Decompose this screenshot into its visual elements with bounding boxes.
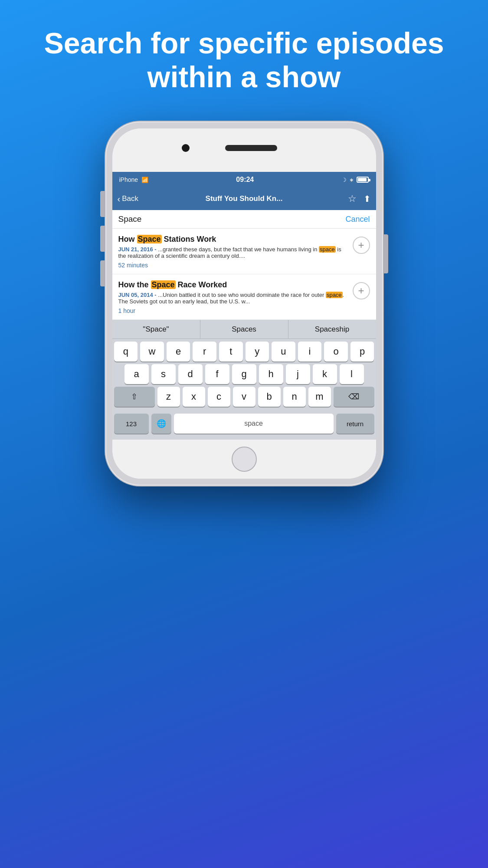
title2-after: Race Worked bbox=[176, 280, 227, 289]
autocomplete-item-2[interactable]: Spaceship bbox=[288, 320, 376, 339]
key-b[interactable]: b bbox=[258, 387, 281, 407]
nav-title: Stuff You Should Kn... bbox=[157, 194, 332, 203]
carrier-label: iPhone bbox=[119, 176, 138, 183]
moon-icon: ☽ bbox=[341, 177, 347, 183]
key-e[interactable]: e bbox=[167, 342, 190, 362]
volume-up-button[interactable] bbox=[100, 191, 105, 217]
status-time: 09:24 bbox=[236, 176, 254, 184]
result-duration-2: 1 hour bbox=[118, 307, 347, 314]
mute-button[interactable] bbox=[100, 260, 105, 286]
iphone-frame: iPhone 📶 09:24 ☽ ∗ ‹ Back bbox=[105, 122, 383, 486]
power-button[interactable] bbox=[384, 234, 388, 273]
key-y[interactable]: y bbox=[246, 342, 269, 362]
key-j[interactable]: j bbox=[286, 364, 310, 384]
header-title: Search for specific episodes within a sh… bbox=[44, 26, 444, 93]
results-list: How Space Stations Work JUN 21, 2016 - .… bbox=[112, 229, 376, 320]
key-r[interactable]: r bbox=[193, 342, 216, 362]
add-button-2[interactable]: + bbox=[353, 282, 370, 299]
screen: iPhone 📶 09:24 ☽ ∗ ‹ Back bbox=[112, 172, 376, 440]
bluetooth-icon: ∗ bbox=[349, 177, 354, 183]
back-label: Back bbox=[122, 194, 138, 203]
share-icon[interactable]: ⬆ bbox=[364, 194, 371, 204]
speaker-grille bbox=[225, 145, 277, 151]
autocomplete-row: "Space" Spaces Spaceship bbox=[112, 320, 376, 339]
return-key[interactable]: return bbox=[336, 414, 374, 434]
key-v[interactable]: v bbox=[233, 387, 255, 407]
nav-bar: ‹ Back Stuff You Should Kn... ☆ ⬆ bbox=[112, 187, 376, 210]
add-button-1[interactable]: + bbox=[353, 237, 370, 254]
key-z[interactable]: z bbox=[157, 387, 180, 407]
title2-highlight: Space bbox=[151, 280, 176, 289]
key-l[interactable]: l bbox=[340, 364, 364, 384]
shift-key[interactable]: ⇧ bbox=[114, 387, 155, 407]
battery-icon bbox=[357, 177, 369, 183]
title1-before: How bbox=[118, 235, 137, 243]
numbers-key[interactable]: 123 bbox=[114, 414, 149, 434]
autocomplete-item-0[interactable]: "Space" bbox=[112, 320, 200, 339]
key-row-1: q w e r t y u i o p bbox=[112, 339, 376, 362]
nav-actions: ☆ ⬆ bbox=[332, 193, 371, 204]
result-title-1: How Space Stations Work bbox=[118, 235, 347, 244]
header-section: Search for specific episodes within a sh… bbox=[0, 26, 488, 94]
status-right: ☽ ∗ bbox=[341, 177, 369, 183]
status-left: iPhone 📶 bbox=[119, 176, 149, 183]
result-desc-2: ...Union battled it out to see who would… bbox=[118, 292, 344, 305]
result-date-1: JUN 21, 2016 - ...granted these days, bu… bbox=[118, 246, 347, 259]
top-bezel bbox=[112, 128, 376, 172]
emoji-key[interactable]: 🌐 bbox=[151, 414, 171, 434]
search-input[interactable] bbox=[118, 214, 341, 224]
home-button[interactable] bbox=[232, 447, 257, 472]
front-camera-icon bbox=[182, 144, 190, 152]
result-item-1: How Space Stations Work JUN 21, 2016 - .… bbox=[112, 229, 376, 274]
key-i[interactable]: i bbox=[298, 342, 322, 362]
keyboard: "Space" Spaces Spaceship q w e r t y u i bbox=[112, 320, 376, 440]
status-bar: iPhone 📶 09:24 ☽ ∗ bbox=[112, 172, 376, 187]
key-f[interactable]: f bbox=[205, 364, 229, 384]
result-desc-1: ...granted these days, but the fact that… bbox=[118, 246, 341, 259]
key-q[interactable]: q bbox=[114, 342, 138, 362]
result-item-2: How the Space Race Worked JUN 05, 2014 -… bbox=[112, 274, 376, 320]
key-n[interactable]: n bbox=[283, 387, 306, 407]
key-h[interactable]: h bbox=[259, 364, 283, 384]
cancel-button[interactable]: Cancel bbox=[345, 215, 370, 224]
wifi-icon: 📶 bbox=[141, 177, 148, 183]
key-p[interactable]: p bbox=[350, 342, 374, 362]
result-duration-1: 52 minutes bbox=[118, 262, 347, 269]
result-content-2: How the Space Race Worked JUN 05, 2014 -… bbox=[118, 280, 347, 314]
result-title-2: How the Space Race Worked bbox=[118, 280, 347, 289]
iphone-wrapper: iPhone 📶 09:24 ☽ ∗ ‹ Back bbox=[105, 122, 383, 486]
result-content-1: How Space Stations Work JUN 21, 2016 - .… bbox=[118, 235, 347, 269]
delete-key[interactable]: ⌫ bbox=[334, 387, 374, 407]
key-o[interactable]: o bbox=[324, 342, 348, 362]
key-a[interactable]: a bbox=[124, 364, 149, 384]
key-x[interactable]: x bbox=[183, 387, 205, 407]
star-icon[interactable]: ☆ bbox=[348, 193, 357, 204]
key-row-2: a s d f g h j k l bbox=[112, 362, 376, 384]
volume-down-button[interactable] bbox=[100, 226, 105, 252]
key-k[interactable]: k bbox=[313, 364, 337, 384]
key-u[interactable]: u bbox=[272, 342, 295, 362]
title2-before: How the bbox=[118, 280, 151, 289]
back-chevron-icon: ‹ bbox=[118, 194, 121, 204]
search-bar: Cancel bbox=[112, 210, 376, 229]
autocomplete-item-1[interactable]: Spaces bbox=[200, 320, 288, 339]
title1-after: Stations Work bbox=[162, 235, 216, 243]
key-c[interactable]: c bbox=[208, 387, 230, 407]
key-t[interactable]: t bbox=[219, 342, 243, 362]
title1-highlight: Space bbox=[137, 235, 162, 243]
key-row-4: 123 🌐 space return bbox=[112, 411, 376, 440]
back-button[interactable]: ‹ Back bbox=[118, 194, 157, 204]
key-g[interactable]: g bbox=[232, 364, 256, 384]
result-date-2: JUN 05, 2014 - ...Union battled it out t… bbox=[118, 292, 347, 305]
key-row-3: ⇧ z x c v b n m ⌫ bbox=[112, 384, 376, 411]
key-w[interactable]: w bbox=[140, 342, 164, 362]
key-m[interactable]: m bbox=[308, 387, 331, 407]
key-d[interactable]: d bbox=[178, 364, 203, 384]
iphone-inner: iPhone 📶 09:24 ☽ ∗ ‹ Back bbox=[112, 128, 376, 479]
space-key[interactable]: space bbox=[174, 414, 334, 434]
bottom-bezel bbox=[112, 440, 376, 479]
key-s[interactable]: s bbox=[151, 364, 176, 384]
